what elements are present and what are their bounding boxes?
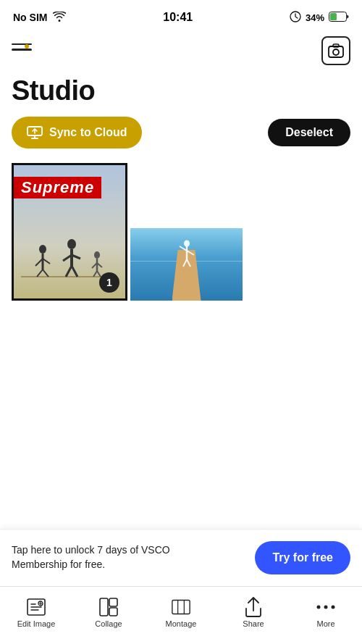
- action-bar: Sync to Cloud Deselect: [0, 117, 362, 160]
- supreme-label: Supreme: [14, 177, 101, 198]
- nav-item-share[interactable]: Share: [217, 587, 290, 644]
- more-icon: [316, 598, 335, 616]
- nav-label-montage: Montage: [166, 619, 197, 628]
- menu-button[interactable]: [12, 43, 32, 59]
- svg-point-8: [39, 245, 46, 254]
- deselect-button[interactable]: Deselect: [268, 119, 350, 146]
- camera-icon: [328, 43, 344, 58]
- svg-line-24: [93, 271, 97, 277]
- svg-line-13: [43, 269, 49, 277]
- svg-rect-39: [100, 598, 108, 616]
- nav-label-share: Share: [243, 619, 264, 628]
- page-title: Studio: [0, 70, 362, 117]
- svg-point-26: [184, 241, 190, 247]
- nav-label-more: More: [316, 619, 334, 628]
- svg-rect-5: [333, 44, 339, 47]
- people-silhouettes: [21, 219, 115, 284]
- status-bar: No SIM 10:41 34%: [0, 0, 362, 32]
- sync-label: Sync to Cloud: [49, 126, 127, 139]
- svg-point-45: [317, 605, 321, 609]
- deselect-label: Deselect: [285, 126, 333, 138]
- svg-line-25: [97, 271, 101, 277]
- nav-label-collage: Collage: [95, 619, 122, 628]
- photo-2-bg: [130, 228, 243, 301]
- menu-notification-dot: [25, 44, 29, 49]
- nav-item-edit-image[interactable]: Edit Image: [0, 587, 72, 644]
- svg-point-47: [332, 605, 335, 609]
- svg-line-19: [72, 266, 77, 277]
- svg-rect-40: [109, 598, 117, 606]
- wifi-icon: [53, 12, 66, 24]
- svg-rect-2: [330, 13, 337, 20]
- svg-line-29: [187, 251, 194, 255]
- top-nav: [0, 32, 362, 70]
- nav-label-edit-image: Edit Image: [17, 619, 56, 628]
- svg-point-46: [324, 605, 328, 609]
- share-icon: [244, 598, 263, 616]
- sync-to-cloud-button[interactable]: Sync to Cloud: [12, 117, 142, 149]
- battery-icon: [329, 12, 349, 24]
- svg-line-30: [183, 259, 187, 267]
- nav-item-montage[interactable]: Montage: [145, 587, 217, 644]
- svg-line-18: [66, 266, 72, 277]
- promo-text: Tap here to unlock 7 days of VSCO Member…: [12, 543, 193, 572]
- nav-item-collage[interactable]: Collage: [72, 587, 145, 644]
- status-time: 10:41: [163, 11, 193, 24]
- svg-point-14: [67, 239, 76, 249]
- screen-icon: [290, 11, 301, 25]
- promo-bar: Tap here to unlock 7 days of VSCO Member…: [0, 529, 362, 586]
- sync-icon: [26, 124, 43, 141]
- svg-line-31: [187, 259, 190, 267]
- svg-rect-42: [172, 600, 190, 614]
- bottom-nav: Edit Image Collage Montage: [0, 586, 362, 644]
- svg-line-12: [37, 269, 43, 277]
- status-left: No SIM: [13, 12, 66, 24]
- status-right: 34%: [290, 11, 349, 25]
- nav-item-more[interactable]: More: [290, 587, 362, 644]
- svg-point-4: [333, 49, 339, 55]
- montage-icon: [172, 598, 190, 616]
- svg-point-20: [94, 251, 100, 259]
- collage-icon: [99, 598, 118, 616]
- selection-badge: 1: [99, 272, 119, 293]
- edit-image-icon: [27, 598, 46, 616]
- svg-rect-41: [109, 608, 117, 616]
- svg-line-28: [180, 246, 187, 251]
- photo-grid: Supreme 1: [0, 160, 362, 304]
- no-sim-label: No SIM: [13, 12, 47, 23]
- photo-item-1[interactable]: Supreme 1: [12, 163, 127, 301]
- photo-item-2[interactable]: [130, 228, 243, 301]
- battery-percent: 34%: [306, 12, 324, 23]
- camera-button[interactable]: [321, 36, 350, 65]
- try-for-free-button[interactable]: Try for free: [255, 541, 350, 574]
- person-on-pier: [176, 239, 198, 268]
